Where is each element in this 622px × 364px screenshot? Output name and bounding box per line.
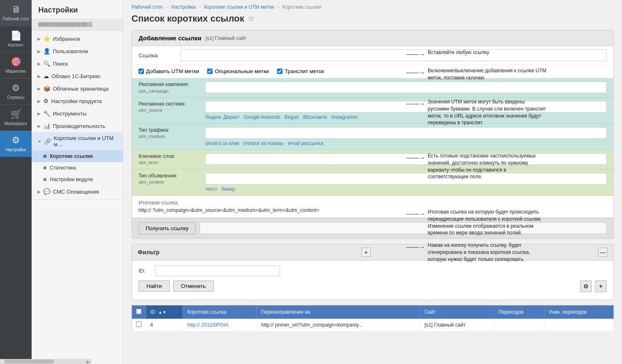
link-input[interactable] — [180, 49, 607, 61]
utm-content-label-text: Тип объявления: — [139, 173, 177, 179]
row-checkbox[interactable] — [136, 322, 141, 327]
filter-title: Фильтр — [138, 249, 357, 256]
sidebar-item-cloud-storage[interactable]: ▶ 📦 Облачные хранилища — [32, 82, 123, 95]
favorite-star-icon[interactable]: ☆ — [248, 14, 254, 23]
sidebar-item-cloud1c[interactable]: ▶ ☁ Облако 1С-Битрикс — [32, 70, 123, 82]
sidebar-item-favorites[interactable]: ▶ ⭐ Избранное — [32, 32, 123, 45]
utm-medium-input[interactable] — [205, 127, 607, 139]
preset-pay-per-view[interactable]: оплата за показы — [243, 140, 284, 146]
nav-user-label: ИМЯ ПОЛЬЗОВАТЕЛЯ — [38, 22, 92, 27]
filter-body: ID: Найти Отменить ⚙ + — [132, 261, 613, 300]
nav-performance-label: Производительность — [53, 123, 105, 129]
table-col-unique-visits[interactable]: Уник. переходов — [544, 305, 613, 319]
table-col-redirect[interactable]: Перенаправление на — [257, 305, 420, 319]
preset-email-newsletter[interactable]: email рассылка — [288, 140, 323, 146]
nav-scrollbar[interactable]: ▶ — [32, 359, 92, 364]
tools-icon: 🔧 — [43, 110, 50, 117]
nav-favorites-label: Избранное — [53, 36, 80, 42]
checkbox-optional-input[interactable] — [207, 69, 213, 74]
sidebar-item-marketplace[interactable]: 🛒 Marketplace — [0, 105, 32, 131]
sidebar-item-settings[interactable]: ⚙ Настройки — [0, 131, 32, 157]
table-col-id[interactable]: ID ▲▼ — [146, 305, 183, 319]
filter-collapse-button[interactable]: — — [598, 248, 607, 257]
sidebar-item-module-settings[interactable]: Настройки модуля — [32, 174, 123, 185]
sidebar-item-sms[interactable]: ▶ 💬 СМС Оповещения — [32, 185, 123, 198]
sidebar-item-desktop[interactable]: 🖥 Рабочий стол — [0, 0, 32, 26]
table-col-site-label: Сайт — [424, 309, 436, 315]
sidebar-item-product-settings[interactable]: ▶ ⚙ Настройки продукта — [32, 95, 123, 107]
preset-begun[interactable]: Begun — [285, 114, 299, 120]
table-cell-site: [s1] Главный сайт — [420, 319, 494, 332]
breadcrumb-settings[interactable]: Настройки — [171, 4, 196, 10]
sidebar-item-short-links[interactable]: Короткие ссылки — [32, 150, 123, 162]
nav-search-label: Поиск — [53, 61, 68, 67]
sidebar-item-marketing[interactable]: 🎯 Маркетинг — [0, 52, 32, 79]
preset-banner[interactable]: банер — [221, 186, 235, 192]
get-link-button[interactable]: Получить ссылку — [139, 222, 196, 234]
arrow-icon: ▶ — [37, 99, 41, 103]
sidebar-label-settings: Настройки — [5, 148, 26, 152]
checkbox-optional[interactable]: Опциональные метки — [207, 68, 269, 74]
short-link-result-input[interactable] — [200, 222, 607, 234]
content-area: Рабочий стол → Настройки → Короткие ссыл… — [123, 0, 622, 364]
site-badge: [s1] Главный сайт — [206, 35, 247, 41]
checkbox-utm[interactable]: Добавить UTM метки — [139, 68, 199, 74]
preset-pay-per-click[interactable]: оплата за клик — [205, 140, 239, 146]
sms-icon: 💬 — [43, 188, 50, 195]
breadcrumb-short-links-utm[interactable]: Короткие ссылки и UTM метки — [204, 4, 274, 10]
arrow-icon: ▶ — [37, 86, 41, 91]
link-input-row: Ссылка — [132, 46, 613, 65]
result-url: http:// ?utm_compaign=&utm_source=&utm_m… — [139, 207, 607, 213]
nav-users-label: Пользователи — [53, 48, 88, 54]
table-col-site[interactable]: Сайт — [420, 305, 494, 319]
sidebar-item-content[interactable]: 📄 Контент — [0, 26, 32, 52]
sidebar-label-services: Сервисы — [7, 95, 24, 100]
breadcrumb-sep3: → — [276, 4, 281, 10]
result-section: Итоговая ссылка http:// ?utm_compaign=&u… — [132, 196, 613, 218]
table-col-visits[interactable]: Переходов — [494, 305, 544, 319]
nav-short-links-parent-label: Короткие ссылки и UTM м… — [54, 135, 117, 148]
checkbox-translit[interactable]: Транслит меток — [277, 68, 324, 74]
page-title: Список коротких ссылок ☆ — [131, 13, 614, 24]
sidebar-item-short-links-parent[interactable]: ▼ 🔗 Короткие ссылки и UTM м… — [32, 132, 123, 150]
table-cell-id: 4 — [146, 319, 183, 332]
preset-yandex-direct[interactable]: Яндекс Директ — [205, 114, 240, 120]
desktop-icon: 🖥 — [11, 4, 20, 15]
breadcrumb-desktop[interactable]: Рабочий стол — [131, 4, 163, 10]
sidebar-item-search[interactable]: ▶ 🔍 Поиск — [32, 57, 123, 70]
page-title-text: Список коротких ссылок — [131, 13, 244, 24]
cancel-button[interactable]: Отменить — [173, 280, 213, 292]
table-col-short-link[interactable]: Короткая ссылка — [183, 305, 257, 319]
utm-campaign-input[interactable] — [205, 81, 607, 93]
utm-content-input[interactable] — [205, 173, 607, 184]
utm-source-presets: Яндекс Директ Google Adwords Begun ВКонт… — [205, 114, 607, 120]
sort-arrows: ▲▼ — [158, 310, 166, 315]
sidebar-item-statistics[interactable]: Статистика — [32, 162, 123, 174]
preset-instagramm[interactable]: Instagramm — [331, 114, 357, 120]
nav-short-links-label: Короткие ссылки — [50, 153, 93, 159]
filter-id-input[interactable] — [155, 266, 280, 276]
sidebar-item-users[interactable]: ▶ 👤 Пользователи — [32, 45, 123, 57]
preset-vkontakte[interactable]: ВКонтакте — [303, 114, 327, 120]
nav-module-settings-label: Настройки модуля — [50, 177, 93, 182]
filter-add-small-button[interactable]: + — [595, 280, 607, 292]
utm-content-label: Тип объявления: utm_content — [139, 173, 205, 185]
checkbox-utm-input[interactable] — [139, 69, 144, 74]
content-icon: 📄 — [10, 30, 22, 41]
filter-settings-button[interactable]: ⚙ — [580, 280, 592, 292]
table-select-all[interactable] — [136, 309, 141, 314]
utm-source-input[interactable] — [205, 101, 607, 113]
table-row: 4 http:// 2012/0POIA http:// primer_url/… — [132, 319, 614, 332]
preset-text[interactable]: текст — [205, 186, 217, 192]
short-link-value[interactable]: http:// 2012/0POIA — [187, 322, 228, 328]
filter-add-button[interactable]: + — [362, 248, 371, 257]
bullet-icon — [43, 178, 47, 181]
utm-content-input-wrap: текст банер — [205, 173, 607, 192]
utm-term-input[interactable] — [205, 153, 607, 165]
checkbox-translit-input[interactable] — [277, 69, 283, 74]
sidebar-item-performance[interactable]: ▶ 📊 Производительность — [32, 120, 123, 132]
preset-google-adwords[interactable]: Google Adwords — [244, 114, 280, 120]
find-button[interactable]: Найти — [139, 280, 170, 292]
sidebar-item-services[interactable]: ⚙ Сервисы — [0, 79, 32, 105]
sidebar-item-tools[interactable]: ▶ 🔧 Инструменты — [32, 107, 123, 120]
